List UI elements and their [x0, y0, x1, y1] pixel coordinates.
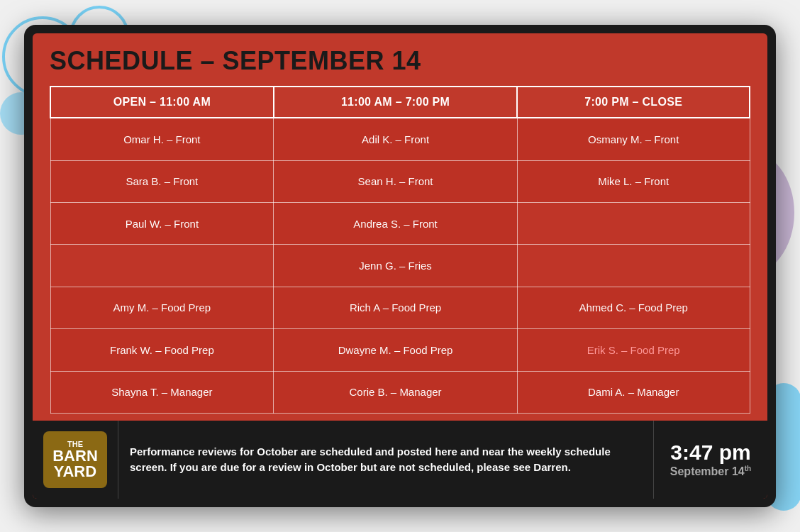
cell-col2-row1: Sean H. – Front [274, 160, 518, 202]
cell-col1-row3 [50, 245, 274, 287]
cell-col3-row0: Osmany M. – Front [517, 118, 750, 160]
cell-col3-row6: Dami A. – Manager [517, 371, 750, 413]
table-row: Sara B. – FrontSean H. – FrontMike L. – … [50, 160, 750, 202]
message-text: Performance reviews for October are sche… [130, 444, 642, 476]
col-header-1: OPEN – 11:00 AM [50, 87, 274, 118]
bottom-message: Performance reviews for October are sche… [118, 421, 654, 499]
logo-yard: YARD [54, 464, 96, 480]
bottom-bar: THE BARN YARD Performance reviews for Oc… [33, 421, 767, 499]
table-row: Amy M. – Food PrepRich A – Food PrepAhme… [50, 287, 750, 328]
logo-barn: BARN [52, 448, 98, 464]
logo-area: THE BARN YARD [33, 421, 118, 499]
cell-col3-row1: Mike L. – Front [517, 160, 750, 202]
page-title: SCHEDULE – SEPTEMBER 14 [50, 46, 750, 76]
table-row: Jenn G. – Fries [50, 245, 750, 287]
table-row: Paul W. – FrontAndrea S. – Front [50, 203, 750, 245]
cell-col1-row4: Amy M. – Food Prep [50, 287, 274, 328]
schedule-table: OPEN – 11:00 AM 11:00 AM – 7:00 PM 7:00 … [50, 86, 750, 414]
table-row: Omar H. – FrontAdil K. – FrontOsmany M. … [50, 118, 750, 160]
table-row: Frank W. – Food PrepDwayne M. – Food Pre… [50, 329, 750, 371]
cell-col2-row4: Rich A – Food Prep [274, 287, 518, 328]
cell-col1-row6: Shayna T. – Manager [50, 371, 274, 413]
main-content: SCHEDULE – SEPTEMBER 14 OPEN – 11:00 AM … [33, 33, 767, 421]
cell-col3-row2 [517, 203, 750, 245]
cell-col1-row1: Sara B. – Front [50, 160, 274, 202]
tv-screen: SCHEDULE – SEPTEMBER 14 OPEN – 11:00 AM … [33, 33, 767, 499]
date-label: September 14th [670, 465, 751, 478]
table-row: Shayna T. – ManagerCorie B. – ManagerDam… [50, 371, 750, 413]
col-header-3: 7:00 PM – CLOSE [517, 87, 750, 118]
cell-col1-row5: Frank W. – Food Prep [50, 329, 274, 371]
col-header-2: 11:00 AM – 7:00 PM [274, 87, 518, 118]
cell-col3-row3 [517, 245, 750, 287]
cell-col2-row0: Adil K. – Front [274, 118, 518, 160]
cell-col3-row4: Ahmed C. – Food Prep [517, 287, 750, 328]
cell-col1-row0: Omar H. – Front [50, 118, 274, 160]
cell-col2-row6: Corie B. – Manager [274, 371, 518, 413]
tv-frame: SCHEDULE – SEPTEMBER 14 OPEN – 11:00 AM … [24, 25, 776, 507]
cell-col1-row2: Paul W. – Front [50, 203, 274, 245]
clock: 3:47 pm [670, 440, 750, 465]
cell-col3-row5: Erik S. – Food Prep [517, 329, 750, 371]
cell-col2-row5: Dwayne M. – Food Prep [274, 329, 518, 371]
time-display-area: 3:47 pm September 14th [654, 421, 767, 499]
cell-col2-row3: Jenn G. – Fries [274, 245, 518, 287]
cell-col2-row2: Andrea S. – Front [274, 203, 518, 245]
barn-yard-logo: THE BARN YARD [43, 431, 107, 488]
